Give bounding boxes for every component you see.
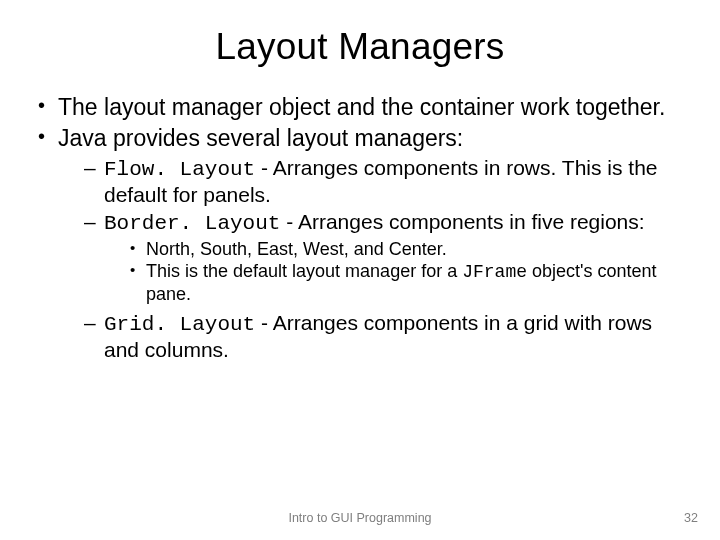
page-number: 32: [684, 511, 698, 525]
sub-item-borderlayout: Border. Layout - Arranges components in …: [84, 210, 684, 306]
bullet-item: Java provides several layout managers: F…: [36, 125, 684, 363]
bullet-list: The layout manager object and the contai…: [36, 94, 684, 363]
sub-sub-item: This is the default layout manager for a…: [130, 261, 684, 305]
code-text: Grid. Layout: [104, 313, 255, 336]
code-text: JFrame: [462, 262, 527, 282]
bullet-text: This is the default layout manager for a: [146, 261, 462, 281]
sub-sub-list: North, South, East, West, and Center. Th…: [104, 239, 684, 306]
code-text: Flow. Layout: [104, 158, 255, 181]
slide: Layout Managers The layout manager objec…: [0, 0, 720, 540]
bullet-text: - Arranges components in five regions:: [280, 210, 644, 233]
sub-item-gridlayout: Grid. Layout - Arranges components in a …: [84, 311, 684, 363]
bullet-text: Java provides several layout managers:: [58, 125, 463, 151]
sub-list: Flow. Layout - Arranges components in ro…: [58, 156, 684, 363]
bullet-item: The layout manager object and the contai…: [36, 94, 684, 121]
sub-sub-item: North, South, East, West, and Center.: [130, 239, 684, 261]
sub-item-flowlayout: Flow. Layout - Arranges components in ro…: [84, 156, 684, 208]
footer-text: Intro to GUI Programming: [0, 511, 720, 525]
slide-title: Layout Managers: [36, 26, 684, 68]
code-text: Border. Layout: [104, 212, 280, 235]
